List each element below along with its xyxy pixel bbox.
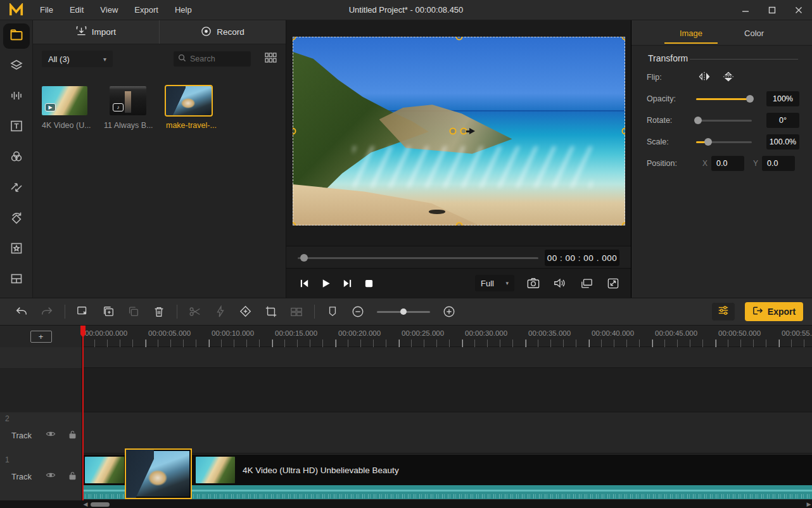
preview-scrubber-track[interactable] [298,257,538,259]
scale-value[interactable]: 100.0% [766,134,799,149]
media-item-audio-track[interactable]: ♪ 11 Always B... [104,86,152,130]
maximize-button[interactable] [759,0,785,20]
position-y-input[interactable]: 0.0 [762,156,795,171]
rotate-value[interactable]: 0° [766,113,799,128]
paste-button[interactable] [125,303,142,320]
undo-button[interactable] [13,303,30,320]
opacity-slider[interactable] [696,98,752,100]
detach-window-button[interactable] [579,276,594,291]
delete-button[interactable] [151,303,167,320]
position-row: Position: X 0.0 Y 0.0 [647,156,799,171]
video-clip[interactable]: 4K Video (Ultra HD) Unbelievable Beauty [83,455,812,499]
scrollbar-handle[interactable] [91,502,110,507]
import-button[interactable]: Import [33,20,159,44]
split-screen-button[interactable] [288,303,305,320]
opacity-slider-knob[interactable] [746,95,754,103]
timeline-empty-row[interactable] [0,368,812,412]
snapshot-button[interactable] [526,276,541,291]
timeline-empty-row-top[interactable] [0,347,812,368]
scale-label: Scale: [647,137,695,146]
clip-frame-thumbnail [85,457,124,483]
rotate-slider[interactable] [696,120,752,122]
preview-scrubber-handle[interactable] [300,254,308,262]
timeline-zoom-in-button[interactable] [441,303,457,320]
sidebar-item-elements[interactable] [3,54,30,79]
trim-button[interactable] [75,303,91,320]
lock-icon[interactable] [68,471,77,482]
previous-frame-button[interactable] [296,276,312,291]
menu-view[interactable]: View [93,3,125,17]
lock-icon[interactable] [68,430,77,441]
search-input[interactable] [190,54,243,63]
position-x-input[interactable]: 0.0 [711,156,744,171]
minimize-button[interactable] [732,0,759,20]
opacity-value[interactable]: 100% [766,91,799,106]
ruler-time-label: 00:00:15.000 [275,329,317,337]
timeline-zoom-slider[interactable] [377,311,430,313]
menu-file[interactable]: File [33,3,60,17]
next-frame-button[interactable] [339,276,355,291]
sidebar-item-animations[interactable] [3,206,30,232]
horizontal-scrollbar[interactable]: ◀ ▶ [82,500,812,508]
quick-split-button[interactable] [212,303,229,320]
preview-video-canvas[interactable] [293,37,625,225]
preview-zoom-dropdown[interactable]: Full ▾ [475,275,514,291]
add-track-button[interactable]: + [30,331,52,343]
sidebar-item-media[interactable] [3,23,30,49]
scroll-left-arrow-icon[interactable]: ◀ [82,501,89,507]
scroll-right-arrow-icon[interactable]: ▶ [806,501,812,507]
clip-filmstrip: 4K Video (Ultra HD) Unbelievable Beauty [83,455,812,485]
sidebar-item-effects[interactable] [3,237,30,262]
sidebar-item-text[interactable] [3,115,30,140]
redo-button[interactable] [39,303,55,320]
flip-row: Flip: [647,70,799,85]
media-item-4k-video[interactable]: ▶ 4K Video (U... [42,86,90,130]
tab-image[interactable]: Image [673,23,709,43]
fullscreen-button[interactable] [606,276,621,291]
resize-handle-mid-right[interactable] [622,128,626,135]
close-button[interactable] [785,0,812,20]
menu-help[interactable]: Help [168,3,199,17]
sidebar-item-split-screen[interactable] [3,267,30,293]
sidebar-item-transitions[interactable] [3,176,30,201]
play-button[interactable] [318,276,333,291]
volume-button[interactable] [552,276,568,291]
media-filter-dropdown[interactable]: All (3) ▾ [42,51,113,67]
menu-export[interactable]: Export [127,3,165,17]
eye-icon[interactable] [46,471,56,482]
sidebar-item-filters[interactable] [3,145,30,170]
menu-edit[interactable]: Edit [63,3,91,17]
crop-button[interactable] [263,303,279,320]
grid-view-button[interactable] [265,53,277,65]
copy-button[interactable] [100,303,117,320]
resize-handle-top-right[interactable] [622,37,626,41]
resize-handle-bottom-right[interactable] [622,222,626,226]
anchor-handle[interactable] [450,128,457,135]
scale-slider-knob[interactable] [704,138,712,146]
timeline-zoom-out-button[interactable] [350,303,366,320]
playhead[interactable] [82,326,84,500]
selected-image-clip[interactable] [125,448,192,499]
media-item-make-travel[interactable]: make-travel-... [166,86,214,130]
app-logo-icon [0,3,33,17]
rotate-slider-knob[interactable] [694,117,702,124]
split-button[interactable] [187,303,203,320]
keyframe-button[interactable] [238,303,254,320]
scale-slider[interactable] [696,141,752,143]
timeline-zoom-knob[interactable] [400,308,407,315]
flip-vertical-icon[interactable] [721,71,735,84]
media-search[interactable] [174,51,251,67]
flip-horizontal-icon[interactable] [697,71,711,84]
resize-handle-top-left[interactable] [293,37,296,41]
export-settings-button[interactable] [712,303,735,321]
record-button[interactable]: Record [159,20,286,44]
resize-handle-bottom-center[interactable] [455,222,462,226]
sidebar-item-audio[interactable] [3,84,30,110]
resize-handle-top-center[interactable] [455,37,462,41]
stop-button[interactable] [361,276,376,291]
tab-color[interactable]: Color [738,23,770,43]
eye-icon[interactable] [46,430,56,441]
marker-button[interactable] [324,303,341,320]
track-2-lane[interactable] [0,412,812,454]
export-button[interactable]: Export [745,302,803,321]
